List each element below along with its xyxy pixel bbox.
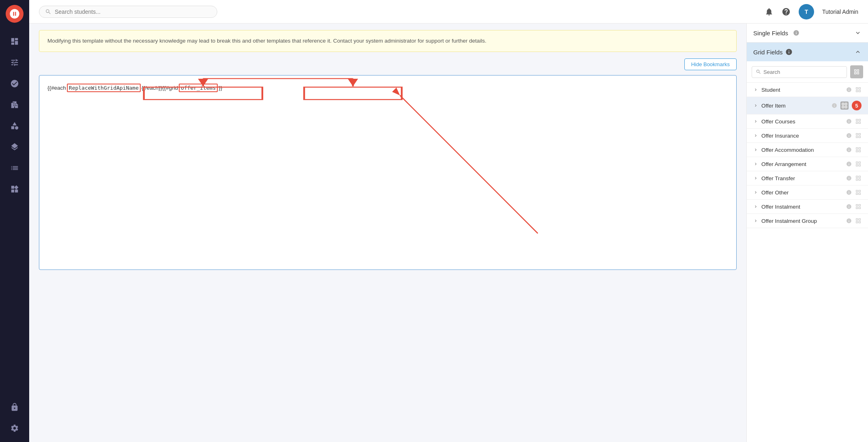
- field-grid-icon-3[interactable]: [855, 132, 862, 139]
- field-grid-icon-0[interactable]: [855, 86, 862, 93]
- sidebar-item-settings[interactable]: [6, 419, 24, 437]
- template-highlight2: offer_items: [179, 84, 218, 92]
- template-content: {{#each ReplaceWithGridApiName {{/each}}…: [47, 84, 728, 92]
- field-item-8[interactable]: Offer Instalment: [747, 200, 868, 214]
- sidebar: [0, 0, 29, 442]
- sidebar-item-cube[interactable]: [6, 117, 24, 135]
- sidebar-item-sliders[interactable]: [6, 54, 24, 71]
- field-info-icon-6: [846, 175, 852, 181]
- avatar[interactable]: T: [799, 4, 814, 19]
- field-info-icon-0: [846, 87, 852, 93]
- template-suffix: }}: [219, 85, 222, 91]
- sidebar-item-lock[interactable]: [6, 398, 24, 416]
- field-item-2[interactable]: Offer Courses: [747, 114, 868, 129]
- sidebar-item-widget[interactable]: [6, 180, 24, 198]
- field-label-8: Offer Instalment: [761, 204, 843, 210]
- hide-bookmarks-button[interactable]: Hide Bookmarks: [684, 58, 737, 70]
- sidebar-item-layers[interactable]: [6, 138, 24, 156]
- field-grid-icon-1[interactable]: [840, 101, 849, 110]
- field-item-7[interactable]: Offer Other: [747, 185, 868, 200]
- field-item-3[interactable]: Offer Insurance: [747, 129, 868, 143]
- grid-view-icon: [853, 69, 860, 75]
- field-grid-icon-6[interactable]: [855, 175, 862, 181]
- field-label-4: Offer Accommodation: [761, 147, 843, 153]
- sidebar-item-building[interactable]: [6, 96, 24, 114]
- field-label-6: Offer Transfer: [761, 175, 843, 181]
- field-grid-icon-4[interactable]: [855, 147, 862, 153]
- sidebar-item-analytics[interactable]: [6, 75, 24, 93]
- template-middle: {{/each}}{{#grid: [141, 85, 178, 91]
- field-grid-icon-5[interactable]: [855, 161, 862, 167]
- topbar: T Tutorial Admin: [29, 0, 868, 24]
- grid-fields-info-icon: [785, 48, 793, 56]
- field-chevron-icon-9: [753, 218, 758, 223]
- field-chevron-icon-1: [753, 103, 758, 108]
- field-grid-icon-9[interactable]: [855, 218, 862, 224]
- app-logo[interactable]: [6, 5, 24, 23]
- field-chevron-icon-7: [753, 190, 758, 195]
- single-fields-info-icon: [793, 30, 799, 36]
- svg-point-0: [15, 126, 18, 129]
- grid-fields-chevron-icon: [854, 48, 862, 56]
- field-chevron-icon-5: [753, 162, 758, 166]
- editor-area: Modifying this template without the nece…: [29, 24, 746, 442]
- right-panel: Single Fields Grid Fields: [746, 24, 868, 442]
- template-prefix: {{#each: [47, 85, 66, 91]
- sidebar-item-dashboard[interactable]: [6, 32, 24, 50]
- svg-rect-1: [11, 126, 14, 129]
- field-item-5[interactable]: Offer Arrangement: [747, 157, 868, 171]
- panel-search-input[interactable]: [752, 66, 847, 78]
- field-item-9[interactable]: Offer Instalment Group: [747, 214, 868, 228]
- single-fields-header[interactable]: Single Fields: [747, 24, 868, 43]
- single-fields-chevron-icon: [854, 29, 862, 37]
- topbar-icons: T Tutorial Admin: [765, 4, 858, 19]
- warning-banner: Modifying this template without the nece…: [39, 30, 737, 52]
- warning-text: Modifying this template without the nece…: [47, 38, 487, 44]
- help-icon[interactable]: [782, 7, 791, 16]
- field-item-0[interactable]: Student: [747, 83, 868, 97]
- field-info-icon-3: [846, 133, 852, 138]
- field-label-7: Offer Other: [761, 190, 843, 196]
- field-info-icon-5: [846, 161, 852, 167]
- search-icon: [45, 9, 51, 15]
- content-area: Modifying this template without the nece…: [29, 24, 868, 442]
- bell-icon[interactable]: [765, 7, 774, 16]
- field-info-icon-7: [846, 190, 852, 195]
- field-label-9: Offer Instalment Group: [761, 218, 843, 224]
- field-info-icon-2: [846, 119, 852, 124]
- search-input[interactable]: [55, 9, 211, 15]
- field-label-0: Student: [761, 87, 843, 93]
- grid-fields-label: Grid Fields: [753, 49, 783, 56]
- field-item-6[interactable]: Offer Transfer: [747, 171, 868, 185]
- annotation-container: {{#each ReplaceWithGridApiName {{/each}}…: [39, 75, 737, 270]
- field-info-icon-4: [846, 147, 852, 153]
- single-fields-label: Single Fields: [753, 30, 788, 37]
- field-chevron-icon-3: [753, 133, 758, 138]
- student-search-box[interactable]: [39, 6, 217, 18]
- field-item-1[interactable]: Offer Item5: [747, 97, 868, 114]
- panel-search-area: [747, 61, 868, 83]
- field-label-3: Offer Insurance: [761, 133, 843, 139]
- field-grid-icon-2[interactable]: [855, 118, 862, 125]
- grid-fields-header[interactable]: Grid Fields: [747, 43, 868, 61]
- field-label-5: Offer Arrangement: [761, 161, 843, 167]
- field-chevron-icon-2: [753, 119, 758, 124]
- arrows-overlay: [39, 75, 736, 270]
- field-list: StudentOffer Item5Offer CoursesOffer Ins…: [747, 83, 868, 228]
- field-info-icon-1: [832, 103, 837, 108]
- field-info-icon-8: [846, 204, 852, 209]
- step-badge: 5: [852, 101, 862, 110]
- sidebar-item-list[interactable]: [6, 159, 24, 177]
- grid-view-button[interactable]: [850, 65, 863, 78]
- field-item-4[interactable]: Offer Accommodation: [747, 143, 868, 157]
- template-editor[interactable]: {{#each ReplaceWithGridApiName {{/each}}…: [39, 75, 737, 270]
- field-chevron-icon-0: [753, 87, 758, 92]
- panel-search-icon: [756, 69, 761, 75]
- main-area: T Tutorial Admin Modifying this template…: [29, 0, 868, 442]
- admin-name: Tutorial Admin: [822, 9, 858, 15]
- field-chevron-icon-4: [753, 147, 758, 152]
- field-label-1: Offer Item: [761, 103, 828, 109]
- field-grid-icon-8[interactable]: [855, 203, 862, 210]
- field-label-2: Offer Courses: [761, 119, 843, 125]
- field-grid-icon-7[interactable]: [855, 189, 862, 196]
